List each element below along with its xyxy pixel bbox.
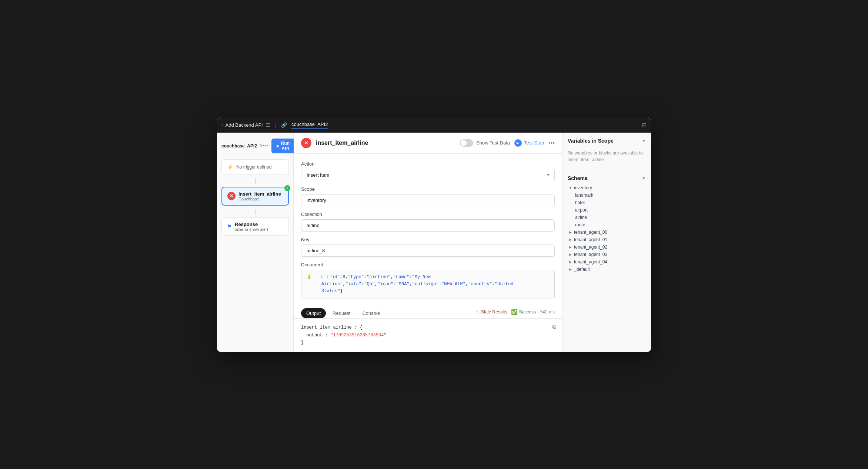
output-content: ⧉ insert_item_airline : { output : "1709… [294,319,562,352]
collection-field-group: Collection [301,212,555,232]
show-test-data-toggle[interactable] [460,139,473,147]
success-icon: ✅ [511,309,517,315]
divider [568,169,646,169]
document-field-group: Document 💡 1 {"id":8,"type":"airline","n… [301,262,555,299]
sidebar-title: couchbase_API2 [221,143,257,149]
tenant-04-arrow-icon: ▶ [569,260,572,264]
title-bar-left: + Add Backend API ☰ | 🔗 couchbase_API2 [221,122,328,129]
airline-label: airline [575,215,587,220]
collection-label: Collection [301,212,555,217]
tenant-03-label: tenant_agent_03 [574,252,607,257]
warning-icon: ⚠ [475,309,479,315]
line-content-3: States"} [321,288,343,295]
sidebar-more-icon[interactable]: ••• [263,143,268,149]
response-icon: ⚑ [227,223,232,229]
response-info: Response onError show alert [235,222,268,232]
vars-section-header: Variables in Scope ▼ [568,138,646,144]
document-editor[interactable]: 💡 1 {"id":8,"type":"airline","name":"My … [301,270,554,299]
scope-field-group: Scope [301,186,555,206]
no-vars-text: No variables or blocks are available to … [568,150,646,163]
action-select-wrapper[interactable]: Insert Item ▼ [301,169,555,181]
sidebar: couchbase_API2 ✎ ••• ▶ Run API ⚡ No trig… [217,133,294,352]
scope-input[interactable] [301,194,555,206]
schema-item-airline[interactable]: airline [574,214,646,221]
landmark-label: landmark [575,193,593,198]
main-panel: ✕ insert_item_airline Show Test Data ▶ T… [294,133,562,352]
scope-label: Scope [301,186,555,192]
output-line-1: insert_item_airline : { [301,324,555,331]
schema-item-route[interactable]: route [574,221,646,229]
copy-icon[interactable]: ⧉ [552,322,556,332]
connector-line-2 [255,209,256,214]
action-select[interactable]: Insert Item [301,169,555,181]
minimize-btn[interactable]: ⊟ [642,122,647,129]
schema-inventory-label: inventory [574,185,592,190]
tab-console[interactable]: Console [357,308,385,318]
stale-badge: ⚠ Stale Results [475,309,507,315]
panel-step-name: insert_item_airline [316,140,455,146]
action-field-group: Action Insert Item ▼ [301,161,555,181]
doc-line-2: Airline","iata":"Q5","icao":"MNA","calls… [307,281,549,288]
step-name: insert_item_airline [238,191,283,197]
schema-item-landmark[interactable]: landmark [574,192,646,199]
title-bar: + Add Backend API ☰ | 🔗 couchbase_API2 ⊟ [217,117,651,133]
schema-item-tenant-03[interactable]: ▶ tenant_agent_03 [568,251,646,258]
document-label: Document [301,262,555,267]
schema-inventory-children: landmark hotel airport airline route [568,192,646,229]
schema-item-tenant-02[interactable]: ▶ tenant_agent_02 [568,243,646,251]
step-card-info: insert_item_airline Couchbase [238,191,283,201]
toggle-group: Show Test Data [460,139,510,147]
panel-more-icon[interactable]: ••• [548,140,555,146]
tab-output[interactable]: Output [301,308,326,318]
collection-input[interactable] [301,219,555,232]
document-editor-area[interactable]: 💡 1 {"id":8,"type":"airline","name":"My … [301,270,555,299]
doc-line-1: 💡 1 {"id":8,"type":"airline","name":"My … [307,274,549,281]
step-icon: ✕ [227,192,236,200]
step-sub: Couchbase [238,197,283,201]
default-label: _default [574,267,590,272]
schema-item-tenant-01[interactable]: ▶ tenant_agent_01 [568,236,646,243]
response-sub: onError show alert [235,227,268,232]
vars-chevron-icon[interactable]: ▼ [642,139,646,143]
no-trigger-card: ⚡ No trigger defined [221,159,289,175]
tenant-02-arrow-icon: ▶ [569,245,572,249]
tab-request[interactable]: Request [327,308,355,318]
tenant-00-arrow-icon: ▶ [569,230,572,234]
schema-chevron-icon[interactable]: ▼ [642,176,646,180]
edit-icon[interactable]: ✎ [259,143,263,148]
success-text: Success [519,309,536,315]
line-content-2: Airline","iata":"Q5","icao":"MNA","calls… [321,281,514,288]
add-backend-btn[interactable]: + Add Backend API [221,122,263,128]
schema-item-hotel[interactable]: hotel [574,199,646,206]
response-name: Response [235,222,268,227]
tenant-01-label: tenant_agent_01 [574,237,607,242]
response-card[interactable]: ⚑ Response onError show alert [221,217,289,236]
run-icon: ▶ [277,144,279,148]
toggle-label: Show Test Data [476,140,510,146]
menu-icon[interactable]: ☰ [266,122,270,128]
action-label: Action [301,161,555,167]
step-card[interactable]: ✕ insert_item_airline Couchbase ✓ [221,187,289,206]
output-panel: Output Request Console ⚠ Stale Results ✅… [294,305,562,352]
test-step-button[interactable]: ▶ Test Step [514,139,544,147]
right-panel: Variables in Scope ▼ No variables or blo… [562,133,651,352]
line-content-1: {"id":8,"type":"airline","name":"My New [327,274,431,281]
airport-label: airport [575,207,588,213]
active-tab[interactable]: couchbase_API2 [291,122,328,129]
schema-item-tenant-04[interactable]: ▶ tenant_agent_04 [568,258,646,266]
key-input[interactable] [301,245,555,257]
no-trigger-label: No trigger defined [236,164,271,170]
panel-header: ✕ insert_item_airline Show Test Data ▶ T… [294,133,562,154]
schema-item-airport[interactable]: airport [574,206,646,214]
form-area: Action Insert Item ▼ Scope Collection [294,154,562,305]
step-check-icon: ✓ [284,185,290,191]
tenant-02-label: tenant_agent_02 [574,245,607,250]
bulb-icon: 💡 [307,274,312,281]
run-api-button[interactable]: ▶ Run API [271,139,295,153]
schema-item-tenant-00[interactable]: ▶ tenant_agent_00 [568,229,646,236]
inventory-arrow-icon: ▶ [569,186,572,189]
schema-title: Schema [568,175,588,181]
success-badge: ✅ Success · 542 ms [511,309,555,315]
schema-item-inventory[interactable]: ▶ inventory [568,184,646,192]
schema-item-default[interactable]: ▶ _default [568,266,646,273]
